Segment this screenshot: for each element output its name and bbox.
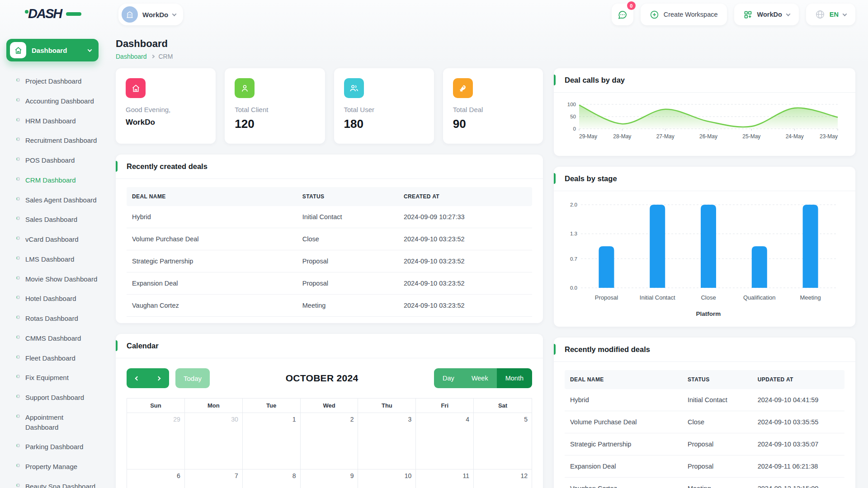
circle-bullet-icon bbox=[16, 78, 20, 82]
sidebar-item-support-dashboard[interactable]: Support Dashboard bbox=[0, 388, 108, 408]
calendar-day-cell[interactable]: 7 bbox=[185, 469, 243, 488]
recently-modified-deals-card: Recently modified deals DEAL NAMESTATUSU… bbox=[554, 338, 855, 488]
sidebar-item-crm-dashboard[interactable]: CRM Dashboard bbox=[0, 170, 108, 190]
plus-circle-icon bbox=[650, 10, 659, 19]
calendar-day-cell[interactable]: 12 bbox=[474, 469, 532, 488]
table-cell: 2024-09-10 03:23:52 bbox=[398, 295, 532, 316]
calendar-today-button[interactable]: Today bbox=[175, 368, 210, 388]
sidebar-item-fleet-dashboard[interactable]: Fleet Dashboard bbox=[0, 348, 108, 368]
table-cell: Vaughan Cortez bbox=[565, 478, 682, 488]
calendar-day-number: 7 bbox=[235, 472, 238, 479]
sidebar-item-sales-dashboard[interactable]: Sales Dashboard bbox=[0, 210, 108, 230]
workspace-switcher[interactable]: WorkDo bbox=[118, 4, 183, 25]
sidebar-item-rotas-dashboard[interactable]: Rotas Dashboard bbox=[0, 309, 108, 328]
sidebar-item-fix-equipment[interactable]: Fix Equipment bbox=[0, 368, 108, 388]
sidebar-item-lms-dashboard[interactable]: LMS Dashboard bbox=[0, 249, 108, 269]
sidebar-item-project-dashboard[interactable]: Project Dashboard bbox=[0, 71, 108, 91]
svg-text:23-May: 23-May bbox=[820, 133, 838, 140]
sidebar-item-label: Support Dashboard bbox=[25, 393, 84, 403]
calendar-card: Calendar Today OCTOBER 2024 DayWeekMonth… bbox=[116, 334, 543, 488]
sidebar-item-property-manage[interactable]: Property Manage bbox=[0, 457, 108, 477]
svg-text:2.0: 2.0 bbox=[570, 202, 577, 207]
sidebar-item-accounting-dashboard[interactable]: Accounting Dashboard bbox=[0, 91, 108, 111]
messages-button[interactable]: 0 bbox=[612, 4, 633, 25]
calendar-view-week-button[interactable]: Week bbox=[463, 368, 497, 388]
calendar-dow: Thu bbox=[358, 399, 416, 413]
stat-value: 120 bbox=[235, 117, 315, 131]
calendar-month-title: OCTOBER 2024 bbox=[210, 373, 434, 384]
user-icon bbox=[235, 78, 255, 98]
app-logo: DASH bbox=[0, 5, 108, 23]
calendar-view-day-button[interactable]: Day bbox=[434, 368, 463, 388]
calendar-day-cell[interactable]: 10Deal task One bbox=[358, 469, 416, 488]
svg-text:100: 100 bbox=[567, 102, 576, 107]
calendar-day-cell[interactable]: 11 bbox=[416, 469, 474, 488]
sidebar-section-dashboard[interactable]: Dashboard bbox=[6, 39, 99, 61]
stat-card-total-client: Total Client120 bbox=[225, 68, 325, 144]
circle-bullet-icon bbox=[16, 177, 20, 181]
sidebar-item-parking-dashboard[interactable]: Parking Dashboard bbox=[0, 437, 108, 457]
svg-text:0.7: 0.7 bbox=[570, 256, 577, 262]
table-cell: Close bbox=[682, 411, 752, 433]
sidebar-item-pos-dashboard[interactable]: POS Dashboard bbox=[0, 150, 108, 170]
table-cell: 2024-09-10 03:23:52 bbox=[398, 250, 532, 272]
language-selector[interactable]: EN bbox=[806, 4, 855, 25]
calendar-view-month-button[interactable]: Month bbox=[497, 368, 532, 388]
sidebar-item-movie-show-dashboard[interactable]: Movie Show Dashboard bbox=[0, 269, 108, 289]
table-cell: Proposal bbox=[297, 272, 398, 294]
sidebar-item-label: Recruitment Dashboard bbox=[25, 136, 97, 145]
sidebar-item-vcard-dashboard[interactable]: vCard Dashboard bbox=[0, 230, 108, 249]
sidebar-item-recruitment-dashboard[interactable]: Recruitment Dashboard bbox=[0, 131, 108, 150]
sidebar-item-hotel-dashboard[interactable]: Hotel Dashboard bbox=[0, 289, 108, 309]
table-cell: Close bbox=[297, 228, 398, 250]
circle-bullet-icon bbox=[16, 276, 20, 280]
calendar-dow: Wed bbox=[301, 399, 359, 413]
calendar-day-cell[interactable]: 4 bbox=[416, 413, 474, 469]
sidebar-item-label: CRM Dashboard bbox=[25, 175, 76, 185]
circle-bullet-icon bbox=[16, 464, 20, 467]
notification-badge: 0 bbox=[627, 1, 636, 10]
calendar-day-cell[interactable]: 30 bbox=[185, 413, 243, 469]
main-content: Dashboard Dashboard CRM Good Evening, Wo… bbox=[108, 29, 868, 488]
sidebar-item-beauty-spa-dashboard[interactable]: Beauty Spa Dashboard bbox=[0, 477, 108, 488]
column-header: STATUS bbox=[682, 370, 752, 389]
sidebar-item-cmms-dashboard[interactable]: CMMS Dashboard bbox=[0, 328, 108, 348]
sidebar-item-label: LMS Dashboard bbox=[25, 254, 74, 264]
calendar-day-cell[interactable]: 8 bbox=[243, 469, 301, 488]
breadcrumb-current: CRM bbox=[159, 53, 173, 60]
sidebar-item-sales-agent-dashboard[interactable]: Sales Agent Dashboard bbox=[0, 190, 108, 210]
stat-card-total-user: Total User180 bbox=[334, 68, 434, 144]
card-title: Calendar bbox=[116, 334, 543, 358]
svg-text:DASH: DASH bbox=[28, 6, 63, 21]
calendar-day-cell[interactable]: 6 bbox=[127, 469, 185, 488]
deals-by-stage-chart: 2.01.30.70.0ProposalInitial ContactClose… bbox=[554, 191, 855, 327]
table-cell: 2024-09-11 06:21:38 bbox=[752, 455, 844, 477]
calendar-day-number: 5 bbox=[524, 416, 528, 423]
calendar-day-cell[interactable]: 2 bbox=[301, 413, 359, 469]
svg-text:Proposal: Proposal bbox=[595, 294, 618, 301]
calendar-day-number: 30 bbox=[231, 416, 238, 423]
sidebar-item-appointment-dashboard[interactable]: Appointment Dashboard bbox=[0, 408, 108, 437]
sidebar-item-label: Sales Agent Dashboard bbox=[25, 195, 97, 205]
workspace-menu-button[interactable]: WorkDo bbox=[734, 4, 799, 25]
sidebar-menu: Project DashboardAccounting DashboardHRM… bbox=[0, 71, 108, 488]
greeting-card: Good Evening, WorkDo bbox=[116, 68, 216, 144]
card-title: Recently modified deals bbox=[554, 338, 855, 362]
calendar-day-cell[interactable]: 9 bbox=[301, 469, 359, 488]
calendar-dow: Tue bbox=[243, 399, 301, 413]
calendar-day-cell[interactable]: 3 bbox=[358, 413, 416, 469]
create-workspace-button[interactable]: Create Workspace bbox=[641, 4, 727, 25]
home-icon bbox=[10, 42, 26, 58]
column-header: UPDATED AT bbox=[752, 370, 844, 389]
calendar-day-cell[interactable]: 5 bbox=[474, 413, 532, 469]
calendar-prev-button[interactable] bbox=[127, 368, 148, 388]
grid-plus-icon bbox=[743, 10, 753, 19]
chevron-down-icon bbox=[843, 12, 847, 16]
calendar-next-button[interactable] bbox=[148, 368, 169, 388]
breadcrumb-root[interactable]: Dashboard bbox=[116, 53, 147, 60]
sidebar-item-hrm-dashboard[interactable]: HRM Dashboard bbox=[0, 111, 108, 131]
calendar-grid: SunMonTueWedThuFriSat293012345678910Deal… bbox=[127, 398, 532, 488]
calendar-day-cell[interactable]: 29 bbox=[127, 413, 185, 469]
top-header: DASH WorkDo 0 Create Workspace bbox=[0, 0, 868, 29]
calendar-day-cell[interactable]: 1 bbox=[243, 413, 301, 469]
